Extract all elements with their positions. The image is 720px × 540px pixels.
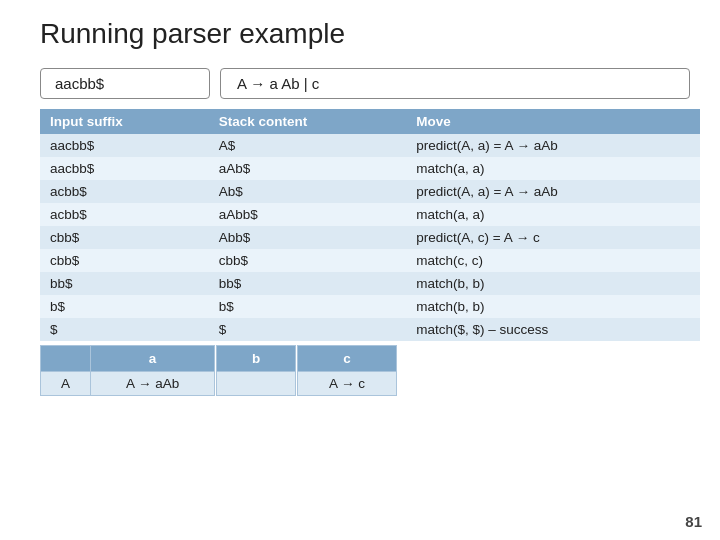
table-cell: $ [40, 318, 209, 341]
table-cell: match($, $) – success [406, 318, 700, 341]
bottom-section: a A A → aAb b [40, 345, 690, 396]
bottom-cell-b [217, 372, 296, 396]
bottom-cell-c: A → c [298, 372, 397, 396]
header-move: Move [406, 109, 700, 134]
table-cell: b$ [209, 295, 406, 318]
bottom-col-c-header: c [298, 346, 397, 372]
header-input-suffix: Input suffix [40, 109, 209, 134]
table-cell: b$ [40, 295, 209, 318]
bottom-col-b-header: b [217, 346, 296, 372]
table-cell: match(b, b) [406, 295, 700, 318]
table-cell: aacbb$ [40, 157, 209, 180]
top-row: aacbb$ A → a Ab | c [40, 68, 690, 99]
table-cell: Ab$ [209, 180, 406, 203]
bottom-col-a-header: a [91, 346, 215, 372]
bottom-cell-a: A → aAb [91, 372, 215, 396]
table-cell: acbb$ [40, 203, 209, 226]
table-cell: aAbb$ [209, 203, 406, 226]
bottom-left-table: a A A → aAb [40, 345, 215, 396]
table-cell: match(a, a) [406, 157, 700, 180]
table-cell: bb$ [40, 272, 209, 295]
table-cell: acbb$ [40, 180, 209, 203]
header-stack-content: Stack content [209, 109, 406, 134]
table-cell: cbb$ [40, 226, 209, 249]
bottom-right-table: c A → c [297, 345, 397, 396]
bottom-row-label: A [41, 372, 91, 396]
input-string-box: aacbb$ [40, 68, 210, 99]
page: Running parser example aacbb$ A → a Ab |… [0, 0, 720, 540]
table-cell: $ [209, 318, 406, 341]
table-cell: predict(A, c) = A → c [406, 226, 700, 249]
table-cell: aacbb$ [40, 134, 209, 157]
bottom-mid-table: b [216, 345, 296, 396]
table-cell: aAb$ [209, 157, 406, 180]
page-number: 81 [685, 513, 702, 530]
table-cell: match(c, c) [406, 249, 700, 272]
table-cell: predict(A, a) = A → aAb [406, 180, 700, 203]
page-title: Running parser example [40, 18, 690, 50]
table-cell: Abb$ [209, 226, 406, 249]
table-cell: predict(A, a) = A → aAb [406, 134, 700, 157]
bottom-empty-header [41, 346, 91, 372]
table-cell: A$ [209, 134, 406, 157]
grammar-box: A → a Ab | c [220, 68, 690, 99]
parser-table: Input suffix Stack content Move aacbb$A$… [40, 109, 700, 341]
table-cell: cbb$ [209, 249, 406, 272]
table-cell: match(b, b) [406, 272, 700, 295]
table-cell: bb$ [209, 272, 406, 295]
table-cell: cbb$ [40, 249, 209, 272]
table-cell: match(a, a) [406, 203, 700, 226]
